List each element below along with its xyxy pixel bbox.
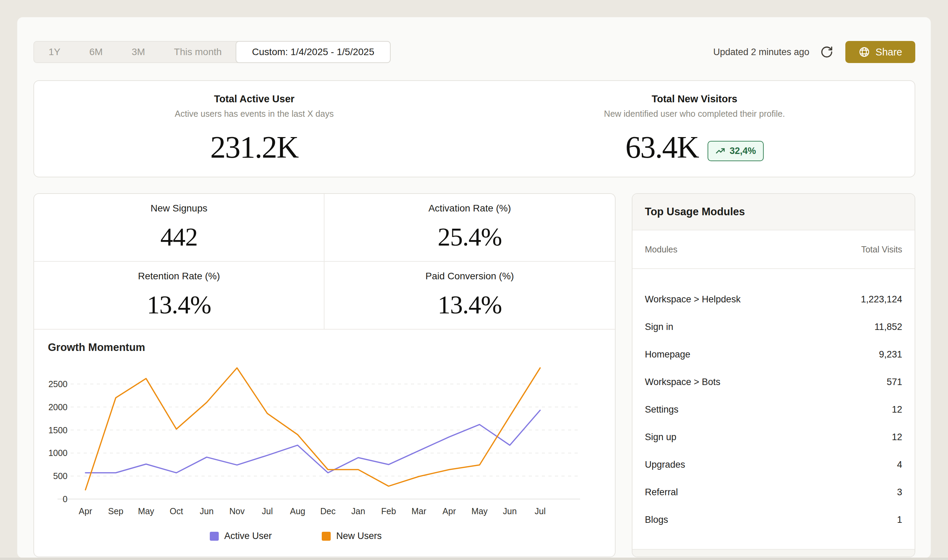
trend-up-icon [715, 146, 725, 156]
module-name: Settings [645, 404, 679, 415]
module-name: Referral [645, 487, 678, 498]
total-active-users-stat: Total Active User Active users has event… [34, 81, 474, 177]
svg-text:Apr: Apr [443, 506, 456, 516]
new-users-swatch [322, 532, 331, 541]
svg-text:Jul: Jul [535, 506, 546, 516]
share-button[interactable]: Share [845, 41, 915, 63]
chart-legend: Active User New Users [48, 531, 615, 542]
svg-text:Aug: Aug [290, 506, 305, 516]
kpi-grid: New Signups 442 Activation Rate (%) 25.4… [34, 194, 615, 329]
refresh-icon [820, 45, 833, 58]
svg-text:Dec: Dec [320, 506, 335, 516]
table-header-row: Modules Total Visits [633, 231, 914, 269]
module-row: Settings 12 [633, 396, 914, 423]
svg-text:Jun: Jun [503, 506, 517, 516]
column-total-visits: Total Visits [861, 245, 902, 254]
svg-text:Jan: Jan [351, 506, 365, 516]
module-row: Workspace > Helpdesk 1,223,124 [633, 286, 914, 313]
top-usage-modules-panel: Top Usage Modules Modules Total Visits W… [632, 193, 915, 557]
module-row: Homepage 9,231 [633, 341, 914, 368]
legend-active-user: Active User [210, 531, 272, 542]
module-name: Upgrades [645, 460, 685, 470]
date-range-tabs: 1Y 6M 3M This month Custom: 1/4/2025 - 1… [34, 41, 391, 63]
kpi-paid-conversion: Paid Conversion (%) 13.4% [325, 262, 615, 329]
tab-3m[interactable]: 3M [117, 42, 160, 62]
growth-badge: 32,4% [708, 141, 764, 161]
kpi-new-signups: New Signups 442 [34, 194, 325, 262]
kpi-label: Retention Rate (%) [34, 271, 324, 282]
globe-icon [859, 46, 870, 58]
module-rows: Workspace > Helpdesk 1,223,124 Sign in 1… [633, 269, 914, 534]
svg-text:Jun: Jun [200, 506, 214, 516]
module-row: Sign in 11,852 [633, 313, 914, 341]
panel-footer [633, 549, 914, 557]
stat-title: Total Active User [34, 93, 474, 105]
module-name: Workspace > Helpdesk [645, 294, 740, 305]
module-name: Workspace > Bots [645, 377, 720, 388]
dashboard-card: 1Y 6M 3M This month Custom: 1/4/2025 - 1… [17, 17, 931, 558]
kpi-retention-rate: Retention Rate (%) 13.4% [34, 262, 325, 329]
growth-momentum-section: Growth Momentum 05001000150020002500AprS… [34, 329, 615, 542]
svg-text:Jul: Jul [262, 506, 273, 516]
kpi-label: Paid Conversion (%) [325, 271, 615, 282]
svg-text:Apr: Apr [79, 506, 92, 516]
refresh-button[interactable] [819, 44, 835, 60]
active-user-swatch [210, 532, 219, 541]
svg-text:Sep: Sep [108, 506, 123, 516]
kpi-value: 13.4% [325, 292, 615, 317]
stat-subtitle: Active users has events in the last X da… [34, 109, 474, 119]
legend-new-users: New Users [322, 531, 382, 542]
module-name: Sign up [645, 432, 677, 443]
module-visits: 1,223,124 [861, 294, 902, 305]
tab-custom-range[interactable]: Custom: 1/4/2025 - 1/5/2025 [235, 41, 391, 63]
module-row: Blogs 1 [633, 506, 914, 534]
svg-text:1000: 1000 [48, 448, 68, 458]
total-new-visitors-stat: Total New Visitors New identified user w… [474, 81, 914, 177]
module-visits: 3 [897, 487, 902, 498]
module-row: Upgrades 4 [633, 451, 914, 478]
svg-text:1500: 1500 [48, 425, 68, 435]
legend-label: New Users [336, 531, 382, 542]
svg-text:2000: 2000 [48, 402, 68, 412]
module-name: Sign in [645, 322, 674, 332]
svg-text:500: 500 [53, 471, 68, 481]
svg-text:May: May [138, 506, 154, 516]
share-label: Share [876, 46, 902, 58]
kpi-activation-rate: Activation Rate (%) 25.4% [325, 194, 615, 262]
panel-title: Top Usage Modules [633, 194, 914, 231]
legend-label: Active User [224, 531, 272, 542]
stat-subtitle: New identified user who completed their … [474, 109, 914, 119]
horizontal-scrollbar[interactable] [0, 558, 948, 560]
svg-text:2500: 2500 [48, 379, 68, 389]
module-row: Workspace > Bots 571 [633, 368, 914, 396]
kpi-value: 13.4% [34, 292, 324, 317]
toolbar: 1Y 6M 3M This month Custom: 1/4/2025 - 1… [34, 41, 915, 63]
stat-title: Total New Visitors [474, 93, 914, 105]
svg-text:Nov: Nov [229, 506, 245, 516]
stat-value: 63.4K [625, 132, 699, 163]
kpi-value: 442 [34, 224, 324, 250]
kpi-value: 25.4% [325, 224, 615, 250]
svg-text:0: 0 [63, 494, 68, 504]
module-name: Blogs [645, 515, 668, 525]
module-name: Homepage [645, 349, 690, 360]
module-row: Sign up 12 [633, 423, 914, 451]
svg-text:May: May [471, 506, 488, 516]
module-visits: 4 [897, 460, 902, 470]
tab-this-month[interactable]: This month [160, 42, 236, 62]
metrics-and-chart-card: New Signups 442 Activation Rate (%) 25.4… [34, 193, 616, 557]
svg-text:Feb: Feb [381, 506, 396, 516]
tab-1y[interactable]: 1Y [34, 42, 75, 62]
chart-title: Growth Momentum [48, 341, 615, 354]
svg-text:Mar: Mar [411, 506, 426, 516]
tab-6m[interactable]: 6M [75, 42, 117, 62]
svg-text:Oct: Oct [170, 506, 183, 516]
growth-momentum-chart: 05001000150020002500AprSepMayOctJunNovJu… [48, 359, 599, 522]
module-row: Referral 3 [633, 478, 914, 506]
overview-card: Total Active User Active users has event… [34, 80, 915, 177]
stat-value: 231.2K [210, 132, 298, 163]
content-row: New Signups 442 Activation Rate (%) 25.4… [34, 193, 915, 557]
badge-value: 32,4% [729, 146, 756, 156]
module-visits: 12 [892, 404, 902, 415]
kpi-label: Activation Rate (%) [325, 203, 615, 214]
